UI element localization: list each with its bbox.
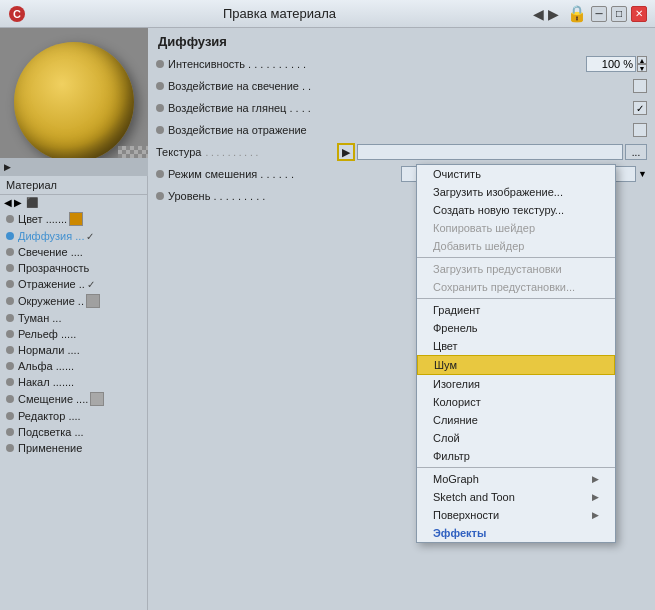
menu-separator [417,467,615,468]
list-item[interactable]: Прозрачность [0,260,147,276]
preview-toolbar-icon: ▶ [4,162,11,172]
submenu-arrow-icon: ▶ [592,474,599,484]
item-label: Окружение .. [18,295,84,307]
list-item[interactable]: Туман ... [0,310,147,326]
menu-item-isogelia[interactable]: Изогелия [417,375,615,393]
menu-item-surfaces[interactable]: Поверхности ▶ [417,506,615,524]
menu-item-sketch-toon[interactable]: Sketch and Toon ▶ [417,488,615,506]
prop-dot [156,170,164,178]
prop-dot [156,126,164,134]
menu-item-add-shader: Добавить шейдер [417,237,615,255]
maximize-button[interactable]: □ [611,6,627,22]
spinner: ▲ ▼ [637,56,647,72]
menu-item-copy-shader: Копировать шейдер [417,219,615,237]
menu-item-mograph[interactable]: MoGraph ▶ [417,470,615,488]
item-dot [6,412,14,420]
list-item[interactable]: Смещение .... [0,390,147,408]
nav-back-icon[interactable]: ◀ [533,6,544,22]
item-label: Цвет ....... [18,213,67,225]
list-item[interactable]: Цвет ....... [0,210,147,228]
list-item[interactable]: Свечение .... [0,244,147,260]
mat-arrow-left[interactable]: ◀ [4,197,12,208]
submenu-arrow-icon: ▶ [592,510,599,520]
right-panel: Диффузия Интенсивность . . . . . . . . .… [148,28,655,610]
menu-item-colorist[interactable]: Колорист [417,393,615,411]
list-item[interactable]: Нормали .... [0,342,147,358]
item-dot [6,280,14,288]
prop-dot [156,192,164,200]
lock-icon[interactable]: 🔒 [567,4,587,23]
mat-arrow-right[interactable]: ▶ [14,197,22,208]
prop-dot [156,60,164,68]
list-item[interactable]: Редактор .... [0,408,147,424]
material-list: Цвет ....... Диффузия ... ✓ Свечение ...… [0,210,147,610]
menu-item-create-texture[interactable]: Создать новую текстуру... [417,201,615,219]
list-item[interactable]: Диффузия ... ✓ [0,228,147,244]
item-check: ✓ [87,279,95,290]
spinner-up[interactable]: ▲ [637,56,647,64]
item-label: Туман ... [18,312,61,324]
menu-item-load-presets: Загрузить предустановки [417,260,615,278]
mat-expand-icon[interactable]: ⬛ [26,197,38,208]
list-item[interactable]: Окружение .. [0,292,147,310]
item-dot [6,428,14,436]
item-dot [6,378,14,386]
list-item[interactable]: Отражение .. ✓ [0,276,147,292]
list-item[interactable]: Применение [0,440,147,456]
title-bar: C Правка материала ◀ ▶ 🔒 ─ □ ✕ [0,0,655,28]
glow-row: Воздействие на свечение . . [148,75,655,97]
close-button[interactable]: ✕ [631,6,647,22]
item-label: Подсветка ... [18,426,84,438]
material-label: Материал [0,176,147,195]
intensity-row: Интенсивность . . . . . . . . . . ▲ ▼ [148,53,655,75]
blend-label: Режим смешения . . . . . . [168,168,401,180]
texture-dots: . . . . . . . . . . [205,147,337,158]
item-label: Накал ....... [18,376,74,388]
menu-item-gradient[interactable]: Градиент [417,301,615,319]
texture-more-button[interactable]: ... [625,144,647,160]
svg-text:C: C [13,8,21,20]
item-label: Нормали .... [18,344,80,356]
blend-dropdown-arrow[interactable]: ▼ [638,169,647,179]
nav-forward-icon[interactable]: ▶ [548,6,559,22]
color-swatch [86,294,100,308]
item-label: Применение [18,442,82,454]
item-dot [6,444,14,452]
list-item[interactable]: Подсветка ... [0,424,147,440]
list-item[interactable]: Рельеф ..... [0,326,147,342]
item-dot [6,395,14,403]
item-dot [6,215,14,223]
app-icon: C [8,5,26,23]
reflect-checkbox[interactable] [633,123,647,137]
menu-item-filter[interactable]: Фильтр [417,447,615,465]
menu-item-load-image[interactable]: Загрузить изображение... [417,183,615,201]
item-label: Рельеф ..... [18,328,76,340]
window-controls: ◀ ▶ 🔒 ─ □ ✕ [533,4,647,23]
texture-arrow-button[interactable]: ▶ [337,143,355,161]
glow-checkbox[interactable] [633,79,647,93]
menu-separator [417,298,615,299]
gloss-row: Воздействие на глянец . . . . ✓ [148,97,655,119]
list-item[interactable]: Альфа ...... [0,358,147,374]
gloss-checkbox[interactable]: ✓ [633,101,647,115]
menu-separator [417,257,615,258]
list-item[interactable]: Накал ....... [0,374,147,390]
menu-item-layer[interactable]: Слой [417,429,615,447]
main-container: ▶ Материал ◀ ▶ ⬛ Цвет ....... Диффузия .… [0,28,655,610]
gloss-label: Воздействие на глянец . . . . [168,102,633,114]
menu-item-clear[interactable]: Очистить [417,165,615,183]
menu-item-save-presets: Сохранить предустановки... [417,278,615,296]
menu-item-merge[interactable]: Слияние [417,411,615,429]
item-dot [6,314,14,322]
prop-dot [156,82,164,90]
menu-item-fresnel[interactable]: Френель [417,319,615,337]
submenu-arrow-icon: ▶ [592,492,599,502]
menu-item-color[interactable]: Цвет [417,337,615,355]
menu-item-noise[interactable]: Шум [417,355,615,375]
preview-area: ▶ [0,28,148,176]
minimize-button[interactable]: ─ [591,6,607,22]
item-label: Отражение .. [18,278,85,290]
spinner-down[interactable]: ▼ [637,64,647,72]
menu-item-effects[interactable]: Эффекты [417,524,615,542]
intensity-input[interactable] [586,56,636,72]
